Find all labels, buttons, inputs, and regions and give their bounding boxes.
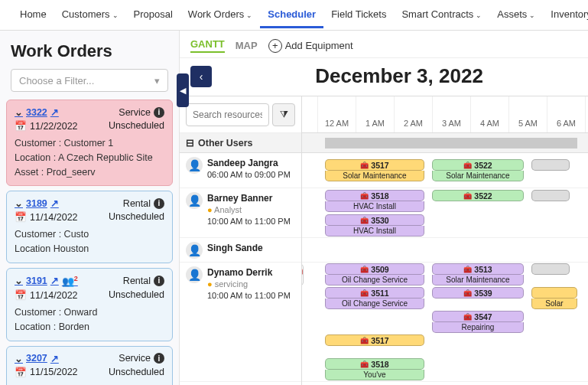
add-equipment-button[interactable]: + Add Equipment — [268, 39, 353, 53]
nav-assets[interactable]: Assets⌄ — [489, 2, 543, 28]
chevron-down-icon: ⌄ — [529, 11, 535, 19]
avatar: 👤 — [186, 192, 203, 209]
funnel-icon: ⧩ — [280, 109, 288, 121]
work-order-link[interactable]: ⌄ 3207 ↗ — [15, 353, 59, 364]
gantt-bar[interactable]: 🧰3522 — [432, 159, 524, 171]
group-label: Other Users — [198, 138, 253, 148]
avatar: 👤 — [186, 242, 203, 259]
gantt-lane: 🧰L..🧰3509Oil Change Service🧰3513Solar Ma… — [302, 263, 588, 382]
work-order-card[interactable]: ⌄ 3322 ↗ Service i 📅11/22/2022 Unschedul… — [6, 100, 173, 186]
resource-group-header[interactable]: ⊟ Other Users — [180, 133, 301, 153]
work-order-link[interactable]: ⌄ 3322 ↗ — [15, 106, 59, 118]
work-order-status: Unscheduled — [109, 211, 164, 223]
chevron-down-icon: ⌄ — [15, 353, 23, 364]
gantt-bar[interactable]: 🧰3518 — [325, 190, 424, 201]
gantt-bar[interactable]: 🧰3513 — [432, 263, 524, 275]
gantt-bar-sub[interactable]: HVAC Install — [325, 201, 424, 212]
gantt-bar-sub[interactable]: Solar Maintenance — [432, 275, 524, 285]
briefcase-icon: 🧰 — [360, 337, 369, 344]
work-order-type: Rental i — [123, 198, 164, 209]
gantt-bar[interactable]: 🧰3509 — [325, 263, 424, 275]
gantt-bar[interactable]: 🧰3539 — [432, 287, 524, 299]
nav-field-tickets[interactable]: Field Tickets — [323, 2, 394, 28]
gantt-bar-sub[interactable]: Repairing — [432, 322, 524, 333]
calendar-icon: 📅 — [15, 367, 27, 378]
add-equipment-label: Add Equipment — [285, 40, 353, 51]
gantt-bar[interactable] — [531, 190, 570, 201]
filter-button[interactable]: ⧩ — [272, 103, 295, 126]
prev-date-button[interactable]: ‹ — [190, 66, 212, 87]
gantt-bar[interactable] — [531, 159, 570, 171]
tab-gantt[interactable]: GANTT — [190, 38, 225, 53]
nav-customers[interactable]: Customers⌄ — [54, 2, 126, 28]
work-order-link[interactable]: ⌄ 3191 ↗ 👥2 — [15, 275, 78, 287]
hour-label: 7 AM — [585, 96, 588, 132]
briefcase-icon: 🧰 — [463, 266, 472, 273]
work-order-meta: Customer : OnwardLocation : Borden — [15, 305, 164, 334]
gantt-bar-sub[interactable]: HVAC Install — [325, 226, 424, 237]
gantt-lane: 🧰3517Solar Maintenance🧰3522Solar Mainten… — [302, 153, 588, 188]
work-order-date: 📅11/14/2022 — [15, 289, 78, 301]
briefcase-icon: 🧰 — [463, 162, 472, 169]
briefcase-icon: 🧰 — [360, 289, 369, 297]
resource-row[interactable]: 👤 Sandeep Jangra 06:00 AM to 09:00 PM — [180, 153, 301, 188]
chevron-down-icon: ▾ — [154, 75, 160, 86]
gantt-bar[interactable]: 🧰3517 — [325, 159, 424, 171]
filter-placeholder: Choose a Filter... — [19, 75, 94, 86]
nav-smart-contracts[interactable]: Smart Contracts⌄ — [394, 2, 489, 28]
nav-work-orders[interactable]: Work Orders⌄ — [180, 2, 260, 28]
gantt-bar[interactable]: 🧰3511 — [325, 287, 424, 299]
work-order-status: Unscheduled — [109, 289, 164, 301]
plus-icon: + — [268, 39, 282, 53]
search-resources-input[interactable] — [186, 103, 269, 126]
briefcase-icon: 🧰 — [463, 313, 472, 321]
gantt-bar[interactable]: 🧰3522 — [432, 190, 524, 201]
resource-row[interactable]: 👤 Dynamo Derrik ● servicing 10:00 AM to … — [180, 263, 301, 382]
work-orders-sidebar: Work Orders Choose a Filter...▾ ⌄ 3322 ↗… — [0, 31, 180, 385]
briefcase-icon: 🧰 — [360, 162, 369, 169]
info-icon: i — [154, 353, 164, 364]
info-icon: i — [154, 276, 164, 286]
chevron-down-icon: ⌄ — [476, 11, 482, 19]
resource-name: Sandeep Jangra — [207, 157, 291, 169]
work-order-type: Service i — [119, 107, 164, 118]
gantt-bar-sub[interactable]: Oil Change Service — [325, 299, 424, 309]
work-order-meta: Customer : CustoLocation Houston — [15, 227, 164, 256]
work-order-card[interactable]: ⌄ 3191 ↗ 👥2 Rental i 📅11/14/2022 Unsched… — [6, 268, 173, 341]
gantt-timeline[interactable]: 12 AM1 AM2 AM3 AM4 AM5 AM6 AM7 AM 🧰3517S… — [302, 96, 588, 385]
work-order-link[interactable]: ⌄ 3189 ↗ — [15, 197, 59, 209]
nav-home[interactable]: Home — [12, 2, 54, 28]
resource-row[interactable]: 👤 Singh Sande — [180, 238, 301, 263]
nav-proposal[interactable]: Proposal — [126, 2, 180, 28]
work-order-type: Service i — [119, 353, 164, 364]
collapse-sidebar-button[interactable]: ◀ — [177, 73, 189, 107]
filter-dropdown[interactable]: Choose a Filter...▾ — [11, 69, 168, 92]
resource-row[interactable]: 👤 Barney Banner ● Analyst 10:00 AM to 11… — [180, 188, 301, 238]
resource-hours: 10:00 AM to 11:00 PM — [207, 216, 291, 227]
tab-map[interactable]: MAP — [236, 40, 258, 51]
gantt-bar-sub[interactable]: Solar — [531, 299, 577, 309]
gantt-bar-sub[interactable]: Oil Change Service — [325, 275, 424, 285]
nav-scheduler[interactable]: Scheduler — [260, 2, 323, 28]
work-order-meta: Customer : Customer 1Location : A Czech … — [15, 136, 164, 179]
work-order-card[interactable]: ⌄ 3207 ↗ Service i 📅11/15/2022 Unschedul… — [6, 346, 173, 385]
gantt-bar[interactable]: 🧰3517 — [325, 334, 424, 346]
resource-column: ⧩ ⊟ Other Users 👤 Sandeep Jangra 06:00 A… — [180, 96, 302, 385]
work-order-card[interactable]: ⌄ 3189 ↗ Rental i 📅11/14/2022 Unschedule… — [6, 191, 173, 263]
gantt-bar-sub[interactable]: You've — [325, 370, 424, 380]
external-link-icon: ↗ — [50, 353, 59, 364]
group-lane — [302, 133, 588, 153]
gantt-bar[interactable] — [531, 287, 577, 299]
gantt-bar-sub[interactable]: Solar Maintenance — [432, 171, 524, 181]
gantt-bar[interactable]: 🧰3547 — [432, 311, 524, 322]
gantt-bar[interactable]: 🧰3518 — [325, 358, 424, 370]
work-order-list: ⌄ 3322 ↗ Service i 📅11/22/2022 Unschedul… — [0, 100, 179, 385]
gantt-bar[interactable] — [531, 263, 570, 275]
gantt-bar[interactable]: 🧰3530 — [325, 214, 424, 226]
calendar-icon: 📅 — [15, 211, 27, 223]
gantt-bar-sub[interactable]: Solar Maintenance — [325, 171, 424, 181]
avatar: 👤 — [186, 157, 203, 174]
expand-lane-button[interactable]: 🧰L.. — [302, 264, 304, 285]
work-order-status: Unscheduled — [109, 367, 164, 378]
nav-inventory[interactable]: Inventory⌄ — [543, 2, 588, 28]
